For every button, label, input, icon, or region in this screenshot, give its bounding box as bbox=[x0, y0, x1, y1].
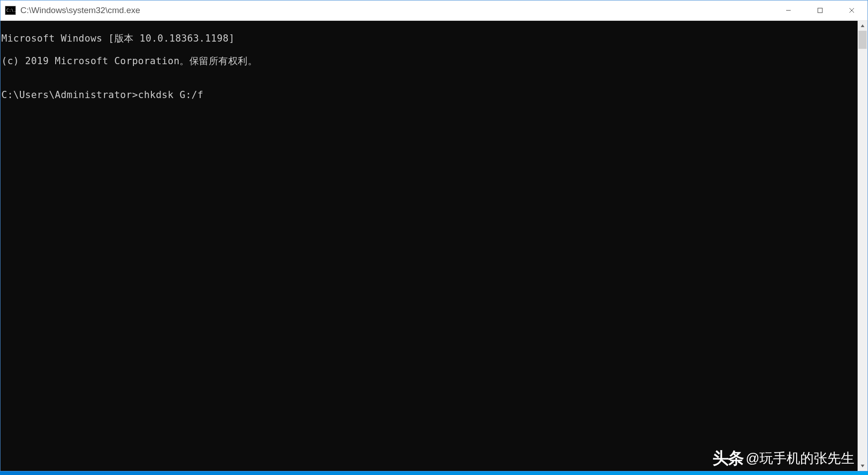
maximize-button[interactable] bbox=[804, 0, 836, 20]
scroll-thumb[interactable] bbox=[859, 31, 867, 49]
cmd-window: C:\. C:\Windows\system32\cmd.exe Microso… bbox=[0, 0, 868, 471]
titlebar[interactable]: C:\. C:\Windows\system32\cmd.exe bbox=[0, 0, 868, 21]
minimize-button[interactable] bbox=[773, 0, 804, 20]
console-line: Microsoft Windows [版本 10.0.18363.1198] bbox=[1, 33, 858, 44]
scroll-up-arrow[interactable] bbox=[858, 21, 868, 31]
console-area: Microsoft Windows [版本 10.0.18363.1198] (… bbox=[0, 21, 868, 471]
svg-marker-4 bbox=[861, 24, 864, 27]
watermark-logo: 头条 bbox=[712, 447, 743, 470]
vertical-scrollbar[interactable] bbox=[858, 21, 868, 471]
watermark: 头条 @玩手机的张先生 bbox=[712, 447, 854, 470]
console-line: (c) 2019 Microsoft Corporation。保留所有权利。 bbox=[1, 56, 858, 67]
cmd-icon: C:\. bbox=[5, 6, 16, 15]
close-button[interactable] bbox=[836, 0, 868, 20]
window-controls bbox=[773, 0, 868, 20]
window-title: C:\Windows\system32\cmd.exe bbox=[20, 5, 140, 15]
scroll-track[interactable] bbox=[858, 31, 868, 461]
svg-rect-1 bbox=[818, 8, 822, 13]
svg-marker-5 bbox=[861, 465, 864, 467]
watermark-handle: @玩手机的张先生 bbox=[746, 449, 854, 468]
console-output[interactable]: Microsoft Windows [版本 10.0.18363.1198] (… bbox=[0, 21, 858, 471]
scroll-down-arrow[interactable] bbox=[858, 461, 868, 471]
console-prompt-line: C:\Users\Administrator>chkdsk G:/f bbox=[1, 89, 858, 101]
